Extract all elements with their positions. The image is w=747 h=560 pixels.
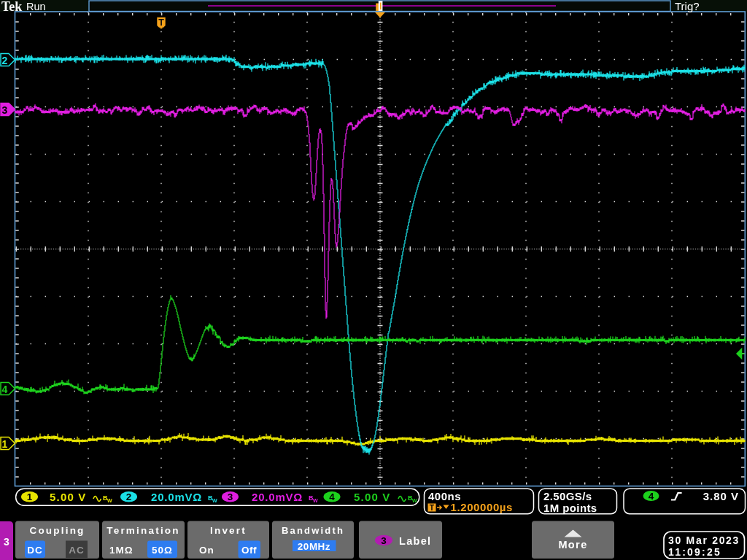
svg-text:AC: AC [69,545,85,556]
svg-text:Trig?: Trig? [675,0,700,12]
svg-text:W: W [107,498,112,503]
svg-text:Run: Run [26,1,46,12]
svg-text:Bandwidth: Bandwidth [282,525,344,536]
svg-text:5.00 V: 5.00 V [50,491,87,503]
svg-text:W: W [313,498,318,503]
svg-text:11:09:25: 11:09:25 [668,546,721,558]
svg-text:Invert: Invert [210,525,247,536]
svg-text:20.0mVΩ: 20.0mVΩ [151,491,202,503]
svg-text:W: W [412,498,417,503]
svg-text:3.80 V: 3.80 V [703,490,739,502]
svg-text:DC: DC [27,545,43,556]
svg-text:20.0mVΩ: 20.0mVΩ [252,491,303,503]
svg-text:Off: Off [241,545,257,556]
svg-text:1M points: 1M points [543,502,597,514]
svg-text:5.00 V: 5.00 V [354,491,391,503]
svg-text:Termination: Termination [107,525,179,536]
svg-text:Label: Label [399,535,431,547]
svg-text:T: T [430,503,435,512]
svg-text:1: 1 [27,491,33,502]
svg-text:20MHz: 20MHz [298,541,330,552]
svg-text:1: 1 [2,438,8,450]
svg-text:More: More [558,539,587,551]
svg-text:3: 3 [228,491,233,502]
svg-text:4: 4 [2,384,8,395]
svg-text:2: 2 [126,491,132,502]
svg-text:Coupling: Coupling [29,525,85,536]
svg-text:W: W [212,498,217,503]
svg-text:1MΩ: 1MΩ [109,545,133,556]
svg-text:50Ω: 50Ω [152,545,173,556]
svg-text:3: 3 [381,535,387,546]
svg-text:3: 3 [4,536,9,548]
svg-text:Tek: Tek [1,0,22,14]
svg-text:3: 3 [2,104,8,116]
svg-text:4: 4 [649,491,654,502]
svg-text:1.200000µs: 1.200000µs [451,501,514,513]
svg-text:T: T [158,18,164,28]
svg-text:4: 4 [329,491,335,502]
svg-text:30 Mar 2023: 30 Mar 2023 [668,534,740,546]
svg-text:On: On [199,545,214,556]
svg-text:2: 2 [2,55,8,66]
svg-text:2.50GS/s: 2.50GS/s [543,490,592,502]
svg-text:400ns: 400ns [428,490,461,502]
